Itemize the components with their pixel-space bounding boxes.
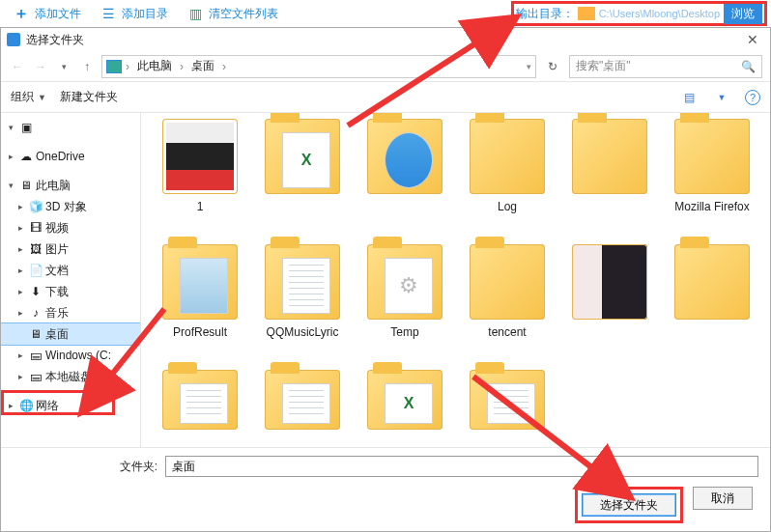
add-dir-button[interactable]: ☰ 添加目录	[91, 0, 178, 27]
folder-item[interactable]	[560, 119, 659, 237]
expand-icon[interactable]: ▸	[14, 287, 26, 296]
folder-content: 1XLogMozilla FirefoxProfResultQQMusicLyr…	[141, 113, 770, 447]
tree-node-桌面[interactable]: 🖥桌面	[1, 323, 140, 345]
cancel-button[interactable]: 取消	[693, 487, 753, 510]
search-input[interactable]: 搜索"桌面" 🔍	[569, 55, 762, 78]
up-button[interactable]: ↑	[78, 58, 96, 75]
folder-label: 文件夹:	[13, 459, 157, 475]
search-placeholder: 搜索"桌面"	[576, 58, 631, 74]
tree-label: 此电脑	[36, 178, 71, 194]
tree-node-此电脑[interactable]: ▾🖥此电脑	[1, 175, 140, 196]
close-button[interactable]: ✕	[741, 32, 764, 47]
item-grid: 1XLogMozilla FirefoxProfResultQQMusicLyr…	[151, 119, 770, 447]
tree-node-Windows (C:[interactable]: ▸🖴Windows (C:	[1, 345, 140, 366]
folder-picker-dialog: 选择文件夹 ✕ ← → ▾ ↑ › 此电脑 › 桌面 › ▾ ↻ 搜索"桌面" …	[0, 27, 771, 532]
view-options-button[interactable]: ▤	[679, 88, 699, 107]
expand-icon[interactable]: ▸	[14, 372, 26, 381]
item-label: 1	[197, 200, 204, 213]
new-folder-button[interactable]: 新建文件夹	[60, 89, 118, 105]
folder-item[interactable]	[663, 244, 761, 362]
folder-item[interactable]	[253, 370, 352, 447]
folder-item[interactable]: ⚙Temp	[356, 244, 454, 362]
search-icon: 🔍	[741, 60, 756, 73]
organize-menu[interactable]: 组织 ▼	[11, 89, 46, 105]
chevron-down-icon: ▼	[38, 93, 46, 102]
crumb-sep: ›	[222, 60, 226, 73]
organize-label: 组织	[11, 89, 34, 105]
expand-icon[interactable]: ▸	[14, 223, 26, 233]
tree-node-视频[interactable]: ▸🎞视频	[1, 217, 140, 238]
add-file-label: 添加文件	[35, 6, 81, 22]
output-label: 输出目录：	[516, 6, 574, 22]
help-button[interactable]: ?	[745, 90, 760, 105]
pic-icon: 🖼	[28, 241, 43, 257]
folder-item[interactable]: Mozilla Firefox	[663, 119, 761, 237]
folder-item[interactable]: tencent	[458, 244, 557, 362]
item-label: tencent	[488, 325, 526, 339]
tree-label: 桌面	[45, 326, 69, 343]
dialog-body: ▾▣▸☁OneDrive▾🖥此电脑▸🧊3D 对象▸🎞视频▸🖼图片▸📄文档▸⬇下载…	[1, 113, 770, 447]
tree-node-文档[interactable]: ▸📄文档	[1, 260, 140, 281]
expand-icon[interactable]: ▸	[14, 308, 26, 318]
music-icon: ♪	[28, 305, 43, 321]
new-folder-label: 新建文件夹	[60, 89, 118, 105]
tree-label: 本地磁盘 (D:	[45, 369, 110, 385]
dialog-titlebar: 选择文件夹 ✕	[1, 28, 770, 51]
folder-item[interactable]	[356, 119, 454, 237]
expand-icon[interactable]: ▸	[14, 202, 26, 211]
clear-list-button[interactable]: ▥ 清空文件列表	[178, 0, 288, 27]
expand-icon[interactable]: ▾	[5, 181, 16, 190]
crumb-sep: ›	[126, 60, 129, 73]
folder-item[interactable]: X	[253, 119, 352, 237]
tree-node-图片[interactable]: ▸🖼图片	[1, 238, 140, 260]
clear-list-label: 清空文件列表	[209, 6, 278, 22]
expand-icon[interactable]: ▸	[14, 350, 26, 360]
clear-icon: ▥	[187, 6, 203, 21]
folder-item[interactable]: QQMusicLyric	[253, 244, 352, 362]
address-bar[interactable]: › 此电脑 › 桌面 › ▾	[101, 55, 536, 78]
add-file-button[interactable]: ＋ 添加文件	[4, 0, 91, 27]
browse-button[interactable]: 浏览	[724, 4, 762, 24]
crumb-pc[interactable]: 此电脑	[133, 58, 176, 74]
expand-icon[interactable]: ▸	[14, 266, 26, 275]
output-path: C:\Users\Mloong\Desktop	[599, 8, 720, 19]
pc-icon	[106, 60, 122, 73]
plus-icon: ＋	[14, 6, 29, 21]
tree-node-下载[interactable]: ▸⬇下载	[1, 281, 140, 302]
back-button[interactable]: ←	[9, 58, 26, 75]
folder-item[interactable]	[560, 244, 659, 362]
folder-item[interactable]	[151, 370, 249, 447]
folder-item[interactable]: Log	[458, 119, 557, 237]
tree-node-item[interactable]: ▾▣	[1, 117, 140, 138]
add-dir-label: 添加目录	[122, 6, 168, 22]
folder-input[interactable]	[165, 456, 758, 477]
tree-label: 视频	[45, 220, 69, 237]
folder-item[interactable]: ProfResult	[151, 244, 249, 362]
tree-label: OneDrive	[36, 150, 85, 163]
tree-node-3D 对象[interactable]: ▸🧊3D 对象	[1, 196, 140, 217]
address-dropdown-icon[interactable]: ▾	[527, 62, 531, 71]
expand-icon[interactable]: ▾	[5, 123, 16, 132]
drive-icon: 🖴	[28, 369, 43, 384]
item-label: Temp	[390, 325, 418, 339]
tree-node-音乐[interactable]: ▸♪音乐	[1, 302, 140, 323]
folder-item[interactable]: 1	[151, 119, 249, 237]
crumb-sep: ›	[180, 60, 184, 73]
3d-icon: 🧊	[28, 199, 43, 214]
tree-node-OneDrive[interactable]: ▸☁OneDrive	[1, 146, 140, 167]
nav-row: ← → ▾ ↑ › 此电脑 › 桌面 › ▾ ↻ 搜索"桌面" 🔍	[1, 51, 770, 82]
tree-label: 音乐	[45, 305, 69, 322]
select-folder-button[interactable]: 选择文件夹	[582, 493, 676, 517]
tree-node-本地磁盘 (D:[interactable]: ▸🖴本地磁盘 (D:	[1, 366, 140, 387]
crumb-desktop[interactable]: 桌面	[187, 58, 218, 74]
forward-button[interactable]: →	[32, 58, 49, 75]
folder-item[interactable]: X	[356, 370, 454, 447]
item-label: Log	[498, 200, 517, 213]
history-dropdown[interactable]: ▾	[55, 58, 72, 75]
expand-icon[interactable]: ▸	[14, 244, 26, 254]
refresh-button[interactable]: ↻	[542, 60, 563, 73]
expand-icon[interactable]: ▸	[5, 152, 16, 161]
command-row: 组织 ▼ 新建文件夹 ▤ ▼ ?	[1, 82, 770, 113]
view-dropdown-icon[interactable]: ▼	[712, 88, 731, 107]
folder-item[interactable]	[458, 370, 557, 447]
